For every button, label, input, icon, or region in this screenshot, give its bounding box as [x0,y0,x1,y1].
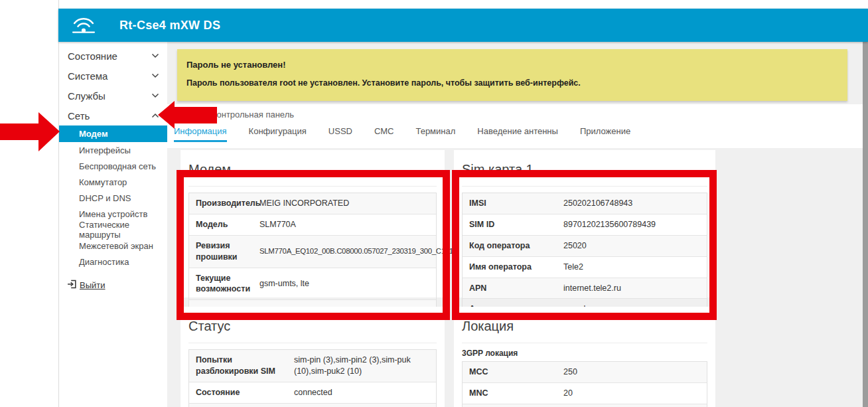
app-title: Rt-Cse4 mXW DS [119,19,220,33]
row-value: Tele2 [563,257,589,278]
table-row: Код оператора25020 [463,235,707,256]
chevron-up-icon [151,113,159,118]
app-header: Rt-Cse4 mXW DS [58,9,868,42]
row-label: Состояние [189,382,294,403]
row-value: SLM770A [259,214,301,235]
sidebar-section-label: Состояние [68,50,117,62]
sidebar-section-label: Сеть [68,110,90,122]
modem-table: ПроизводительMEIG INCORPORATEDМодельSLM7… [188,193,437,321]
row-label: MCC [463,362,563,382]
panel-sim-card-1: Sim карта 1 IMSI250202106748943SIM ID897… [454,150,715,297]
logout-label: Выйти [80,280,106,290]
row-value: 250202106748943 [563,193,638,214]
row-label: Модель [189,214,259,235]
row-value: 28 °C [294,404,320,407]
sidebar-item-4[interactable]: DHCP и DNS [59,190,167,206]
sidebar-section-2[interactable]: Службы [59,86,167,106]
row-value: connected [294,382,338,403]
row-label: SIM ID [463,214,563,235]
sidebar-section-label: Службы [68,90,106,102]
sidebar-item-2[interactable]: Беспроводная сеть [59,158,167,174]
sidebar-submenu: МодемИнтерфейсыБеспроводная сетьКоммутат… [59,125,167,270]
location-table: MCC250MNC20LAC (dec / hex)0 / 0000 [462,361,707,407]
table-row: Ревизия прошивкиSLM770A_EQ102_00B.C08000… [189,235,436,268]
row-value: SLM770A_EQ102_00B.C08000.057027_230319_3… [259,242,475,261]
row-label: Текущие возможности [189,268,259,300]
sidebar-item-8[interactable]: Диагностика [59,254,167,270]
tab-0[interactable]: Информация [174,126,227,142]
tab-6[interactable]: Приложение [580,126,630,142]
row-label: Ревизия прошивки [189,236,259,268]
row-value: 0 / 0000 [563,404,599,407]
panel-modem-title: Модем [188,162,437,187]
sidebar-item-7[interactable]: Межсетевой экран [59,238,167,254]
panel-modem: Модем ПроизводительMEIG INCORPORATEDМоде… [181,150,445,297]
location-subtitle: 3GPP локация [462,349,707,358]
logout-icon [67,280,77,291]
sidebar-section-3[interactable]: Сеть [59,106,167,125]
row-label: APN [463,278,563,299]
row-label: IMSI [463,193,563,214]
password-warning-banner: Пароль не установлен! Пароль пользовател… [177,49,847,101]
chevron-down-icon [151,53,159,58]
wifi-logo-icon [70,13,98,37]
row-label: LAC (dec / hex) [463,404,563,407]
row-label: Попытки разблокировки SIM [189,350,294,382]
page-header-band: Модем: Контрольная панель ИнформацияКонф… [167,104,863,148]
chevron-down-icon [151,93,159,98]
row-value: sim-pin (3),sim-pin2 (3),sim-puk (10),si… [294,350,436,382]
tab-4[interactable]: Терминал [415,126,455,142]
table-row: Температура28 °C [189,403,436,407]
tab-bar: ИнформацияКонфигурацияUSSDСМСТерминалНав… [174,126,630,142]
row-label: MNC [463,383,563,404]
sidebar-item-6[interactable]: Статические маршруты [59,222,167,238]
sim-table: IMSI250202106748943SIM ID897012021356007… [462,193,707,320]
table-row: SIM ID89701202135600789439 [463,214,707,235]
status-table: Попытки разблокировки SIMsim-pin (3),sim… [188,349,437,407]
row-value: 25020 [563,236,592,256]
table-row: МодельSLM770A [189,214,436,235]
row-value: 20 [563,383,578,404]
tab-5[interactable]: Наведение антенны [477,126,558,142]
chevron-down-icon [151,73,159,78]
row-label: Производитель [189,193,259,214]
table-row: MCC250 [463,362,707,382]
panel-status-title: Статус [188,319,437,343]
panel-sim-title: Sim карта 1 [462,162,707,187]
logout-link[interactable]: Выйти [67,280,106,291]
tab-2[interactable]: USSD [328,126,352,142]
red-arrow-right-icon [0,112,60,151]
sidebar-item-0[interactable]: Модем [59,125,167,142]
panel-status: Статус Попытки разблокировки SIMsim-pin … [181,307,445,407]
sidebar-section-label: Система [68,70,108,82]
row-value: 250 [563,362,583,382]
row-label: Температура [189,404,294,407]
main-content: Пароль не установлен! Пароль пользовател… [167,42,863,407]
sidebar-section-0[interactable]: Состояние [59,46,167,66]
vertical-scrollbar[interactable] [863,42,868,407]
panel-location-title: Локация [462,319,707,343]
row-value: MEIG INCORPORATED [259,193,354,214]
tab-1[interactable]: Конфигурация [249,126,307,142]
table-row: LAC (dec / hex)0 / 0000 [463,404,707,407]
table-row: MNC20 [463,382,707,404]
sidebar-section-1[interactable]: Система [59,66,167,86]
sidebar: СостояниеСистемаСлужбыСеть МодемИнтерфей… [59,42,167,407]
row-value: internet.tele2.ru [563,278,626,299]
screen: Rt-Cse4 mXW DS СостояниеСистемаСлужбыСет… [0,0,868,407]
table-row: IMSI250202106748943 [463,193,707,214]
banner-title: Пароль не установлен! [186,60,838,70]
sidebar-sections: СостояниеСистемаСлужбыСеть [59,46,167,125]
breadcrumb: Модем: Контрольная панель [179,110,294,120]
table-row: Текущие возможностиgsm-umts, lte [189,268,436,300]
panel-location: Локация 3GPP локация MCC250MNC20LAC (dec… [454,307,715,407]
sidebar-item-1[interactable]: Интерфейсы [59,142,167,158]
sidebar-item-3[interactable]: Коммутатор [59,174,167,190]
banner-message: Пароль пользователя root не установлен. … [186,78,838,88]
table-row: ПроизводительMEIG INCORPORATED [189,193,436,214]
row-value: 89701202135600789439 [563,214,661,235]
row-label: Имя оператора [463,257,563,278]
table-row: APNinternet.tele2.ru [463,278,707,299]
tab-3[interactable]: СМС [374,126,394,142]
table-row: Состояниеconnected [189,382,436,403]
